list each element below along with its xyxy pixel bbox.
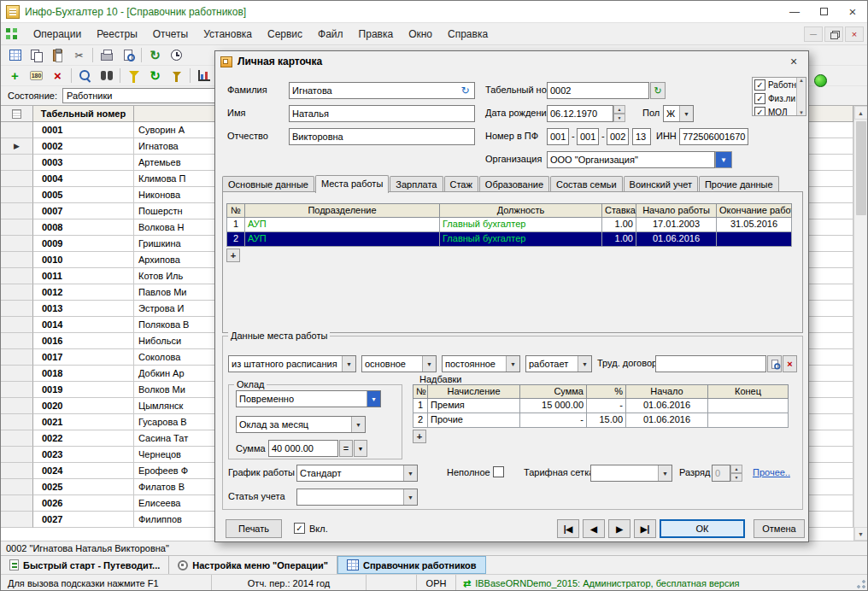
sum-dropdown-icon[interactable]: ▼: [354, 440, 367, 457]
flag-МОЛ[interactable]: ✓МОЛ: [753, 105, 796, 116]
status-combo[interactable]: работает ▼: [525, 355, 592, 372]
mdi-minimize-button[interactable]: —: [804, 26, 823, 42]
menu-item-Отчеты[interactable]: Отчеты: [145, 25, 196, 44]
org-select-icon[interactable]: ▼: [715, 151, 732, 168]
salary-period-combo[interactable]: Оклад за месяц ▼: [236, 416, 366, 433]
menu-item-Реестры[interactable]: Реестры: [89, 25, 145, 44]
history-button[interactable]: [166, 46, 187, 64]
copy-button[interactable]: [26, 46, 47, 64]
table-row[interactable]: 1АУПГлавный бухгалтер1.0017.01.200331.05…: [226, 218, 792, 232]
print-preview-button[interactable]: [117, 46, 138, 64]
chevron-down-icon[interactable]: ▼: [403, 465, 417, 481]
checkbox[interactable]: ✓: [754, 107, 765, 117]
chevron-down-icon[interactable]: ▼: [422, 356, 436, 372]
schedule-combo[interactable]: Стандарт ▼: [296, 465, 418, 482]
sum-field[interactable]: 40 000.00: [268, 440, 338, 457]
sex-combo[interactable]: Ж ▼: [663, 105, 694, 122]
scroll-down-icon[interactable]: ▼: [854, 527, 868, 541]
account-combo[interactable]: ▼: [296, 489, 418, 506]
pf-check-field[interactable]: 13: [632, 128, 651, 145]
rotate-180-button[interactable]: [26, 67, 47, 85]
pf2-field[interactable]: 001: [577, 128, 599, 145]
tabnum-refresh-icon[interactable]: ↻: [650, 82, 666, 99]
paste-button[interactable]: [47, 46, 68, 64]
patronymic-field[interactable]: Викторовна: [289, 128, 475, 145]
flags-scrollbar[interactable]: ▲ ▼: [796, 78, 806, 115]
bottom-tab-3[interactable]: Справочник работников: [337, 556, 486, 574]
chevron-down-icon[interactable]: ▼: [403, 489, 417, 505]
tab-Состав семьи[interactable]: Состав семьи: [550, 176, 623, 192]
spin-down-icon[interactable]: ▼: [730, 473, 742, 482]
tab-Места работы[interactable]: Места работы: [315, 175, 389, 193]
delete-record-button[interactable]: ×: [47, 67, 68, 85]
scroll-up-icon[interactable]: ▲: [854, 106, 868, 120]
resize-grip[interactable]: [853, 576, 867, 590]
filter-button[interactable]: [123, 67, 144, 85]
chevron-down-icon[interactable]: ▼: [367, 391, 380, 407]
contract-clear-icon[interactable]: ×: [783, 355, 797, 372]
checkbox[interactable]: ✓: [754, 93, 765, 104]
print-button[interactable]: [96, 46, 117, 64]
flags-scroll-down-icon[interactable]: ▼: [799, 110, 804, 115]
mdi-close-button[interactable]: ×: [845, 26, 864, 42]
add-record-button[interactable]: +: [4, 67, 26, 85]
firstname-field[interactable]: Наталья: [289, 105, 475, 122]
spin-down-icon[interactable]: ▼: [613, 114, 625, 122]
cut-button[interactable]: ✂: [68, 46, 90, 64]
source-combo[interactable]: из штатного расписания ▼: [228, 355, 356, 372]
table-view-button[interactable]: [4, 46, 26, 64]
bottom-tab-1[interactable]: Быстрый старт - Путеводит...: [1, 556, 169, 574]
grade-spinner[interactable]: ▲ ▼: [730, 465, 742, 482]
menu-item-Установка[interactable]: Установка: [196, 25, 260, 44]
minimize-button[interactable]: —: [780, 1, 809, 22]
chevron-down-icon[interactable]: ▼: [679, 106, 693, 121]
chart-button[interactable]: [193, 67, 214, 85]
tab-Образование[interactable]: Образование: [479, 176, 549, 192]
tab-Стаж[interactable]: Стаж: [444, 176, 478, 192]
chevron-down-icon[interactable]: ▼: [506, 356, 519, 372]
type-combo[interactable]: постоянное ▼: [442, 355, 520, 372]
add-job-button[interactable]: +: [226, 249, 240, 262]
surname-history-icon[interactable]: ↻: [459, 85, 472, 97]
contract-field[interactable]: [655, 355, 766, 372]
dialog-title-bar[interactable]: Личная карточка ×: [215, 51, 808, 72]
menu-item-Окно[interactable]: Окно: [401, 25, 440, 44]
contract-select-icon[interactable]: [767, 355, 782, 372]
tab-Основные данные[interactable]: Основные данные: [222, 176, 314, 192]
checkbox[interactable]: ✓: [754, 79, 765, 91]
table-row[interactable]: 2АУПГлавный бухгалтер1.0001.06.2016: [226, 232, 792, 247]
nav-prev-button[interactable]: ◀: [583, 519, 605, 538]
table-scrollbar[interactable]: ▲ ▼: [853, 106, 867, 541]
salary-form-combo[interactable]: Повременно ▼: [236, 390, 381, 407]
close-button[interactable]: ×: [838, 1, 867, 22]
nav-first-button[interactable]: |◀: [557, 519, 579, 538]
mdi-restore-button[interactable]: [824, 26, 843, 42]
nav-last-button[interactable]: ▶|: [634, 519, 656, 538]
tabnum-field[interactable]: 0002: [547, 82, 649, 99]
on-checkbox[interactable]: ✓: [294, 523, 305, 534]
pf1-field[interactable]: 001: [547, 128, 569, 145]
nav-next-button[interactable]: ▶: [608, 519, 630, 538]
spin-up-icon[interactable]: ▲: [613, 105, 625, 114]
flag-Работн[interactable]: ✓Работн: [753, 78, 796, 91]
zoom-button[interactable]: [74, 67, 96, 85]
table-row[interactable]: 2Прочие-15.0001.06.2016: [413, 413, 789, 428]
maximize-button[interactable]: [809, 1, 838, 22]
print-button[interactable]: Печать: [226, 519, 282, 538]
refresh-button[interactable]: ↻: [144, 67, 166, 85]
dialog-close-button[interactable]: ×: [784, 53, 803, 70]
column-header-tabnum[interactable]: Табельный номер: [33, 106, 134, 122]
chevron-down-icon[interactable]: ▼: [351, 417, 365, 432]
state-combo[interactable]: Работники: [62, 88, 240, 103]
tab-Прочие данные[interactable]: Прочие данные: [699, 176, 779, 192]
menu-item-Сервис[interactable]: Сервис: [260, 25, 310, 44]
binoculars-button[interactable]: [96, 67, 117, 85]
tariff-combo[interactable]: ▼: [590, 465, 672, 482]
inn-field[interactable]: 772506001670: [679, 128, 748, 145]
bottom-tab-2[interactable]: Настройка меню "Операции": [169, 556, 337, 574]
kind-combo[interactable]: основное ▼: [361, 355, 437, 372]
flag-Физ.ли[interactable]: ✓Физ.ли: [753, 91, 796, 105]
scrollbar-thumb[interactable]: [856, 121, 866, 215]
chevron-down-icon[interactable]: ▼: [342, 356, 355, 372]
birth-field[interactable]: 06.12.1970: [547, 105, 613, 122]
